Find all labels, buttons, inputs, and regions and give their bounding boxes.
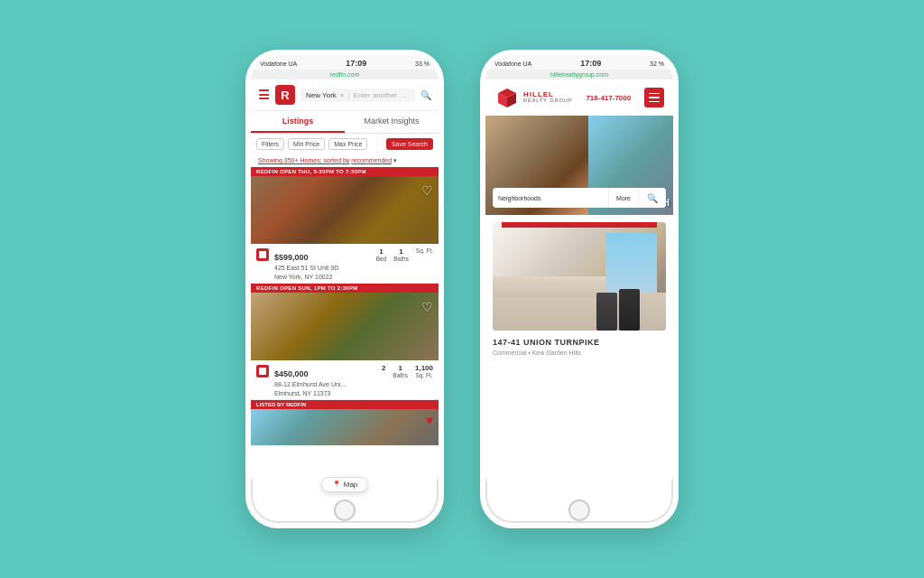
listing-address-1: 425 East 51 St Unit 9D	[251, 264, 439, 274]
search-placeholder-text: Enter another …	[354, 91, 407, 99]
filters-button[interactable]: Filters	[256, 138, 284, 150]
sort-link[interactable]: recommended	[351, 157, 392, 163]
listing-city-1: New York, NY 10022	[251, 274, 439, 283]
listing-image-2	[251, 284, 439, 360]
heart-icon-1[interactable]: ♡	[421, 183, 433, 198]
hillel-logo-text: HILLEL REALTY GROUP	[523, 91, 573, 104]
heart-icon-2[interactable]: ♡	[421, 300, 433, 314]
listed-badge-3: LISTED BY REDFIN	[251, 400, 439, 409]
heart-icon-3[interactable]: ♥	[426, 413, 433, 427]
menu-line-3	[649, 101, 660, 103]
time-left: 17:09	[346, 59, 366, 68]
status-bar-right: Vodafone UA 17:09 32 %	[485, 55, 673, 70]
max-price-button[interactable]: Max Price	[328, 138, 367, 150]
search-separator: |	[347, 91, 349, 99]
hillel-phone-number[interactable]: 718-417-7000	[586, 94, 631, 102]
home-button-left[interactable]	[334, 499, 356, 521]
listing-beds-2: 2	[382, 364, 385, 378]
battery-left: 33 %	[415, 61, 430, 67]
tab-market-insights[interactable]: Market Insights	[345, 111, 439, 133]
search-icon-button[interactable]: 🔍	[639, 188, 666, 208]
listing-beds-1: 1 Bed	[376, 247, 387, 262]
min-price-button[interactable]: Min Price	[288, 138, 325, 150]
price-icon-1	[256, 248, 269, 261]
carrier-left: Vodafone UA	[260, 61, 297, 67]
hillel-listing-section: 147-41 UNION TURNPIKE Commercial • Kew G…	[485, 215, 673, 498]
open-badge-2: REDFIN OPEN SUN, 1PM TO 2:30PM	[251, 284, 439, 293]
hillel-hero: COME MEET YOUR MATCH Neighborhoods More …	[485, 116, 673, 215]
price-icon-2	[256, 365, 269, 378]
menu-line-1	[649, 93, 660, 95]
showing-text: Showing 350+ Homes; sorted by recommende…	[251, 154, 439, 167]
redfin-header: ☰ R New York × | Enter another … 🔍	[251, 79, 439, 111]
listing-card-2[interactable]: REDFIN OPEN SUN, 1PM TO 2:30PM ♡ $450,00…	[251, 284, 439, 400]
listing-sqft-2: 1,100 Sq. Ft.	[415, 364, 433, 378]
redfin-filters: Filters Min Price Max Price Save Search	[251, 134, 439, 154]
hillel-listing-title[interactable]: 147-41 UNION TURNPIKE	[493, 338, 666, 347]
home-button-right[interactable]	[568, 499, 590, 521]
clear-location-icon[interactable]: ×	[340, 91, 345, 99]
hillel-search-bar: Neighborhoods More 🔍	[493, 188, 666, 208]
save-search-button[interactable]: Save Search	[386, 138, 433, 150]
hillel-listing-subtitle: Commercial • Kew Garden Hills	[493, 350, 666, 356]
redfin-content: REDFIN OPEN THU, 5:30PM TO 7:30PM ♡ $599…	[251, 167, 439, 498]
phone-left: Vodafone UA 17:09 33 % redfin.com ☰ R Ne…	[245, 50, 444, 528]
hillel-company-sub: REALTY GROUP	[523, 98, 573, 104]
battery-right: 32 %	[650, 61, 664, 67]
url-bar-right: hillelrealtygroup.com	[485, 70, 673, 79]
listing-price-2: $450,000	[274, 369, 309, 378]
more-button[interactable]: More	[609, 188, 639, 208]
tab-listings[interactable]: Listings	[251, 111, 345, 133]
search-location-text: New York	[306, 91, 337, 99]
listing-price-1: $599,000	[274, 253, 309, 262]
phones-container: Vodafone UA 17:09 33 % redfin.com ☰ R Ne…	[245, 50, 679, 528]
open-badge-1: REDFIN OPEN THU, 5:30PM TO 7:30PM	[251, 167, 439, 176]
listing-baths-2: 1 Baths	[393, 364, 408, 378]
listing-image-3	[251, 409, 439, 445]
hillel-menu-button[interactable]	[644, 88, 664, 107]
listing-sqft-1: Sq. Ft.	[416, 247, 433, 262]
map-icon: 📍	[332, 480, 341, 489]
hamburger-icon[interactable]: ☰	[258, 88, 270, 102]
listing-card-3[interactable]: LISTED BY REDFIN ♥	[251, 400, 439, 446]
phone-right: Vodafone UA 17:09 32 % hillelrealtygroup…	[480, 50, 679, 528]
redfin-search-bar[interactable]: New York × | Enter another …	[300, 89, 415, 102]
menu-line-2	[649, 97, 660, 98]
carrier-right: Vodafone UA	[494, 61, 531, 67]
url-bar-left: redfin.com	[251, 70, 439, 79]
time-right: 17:09	[580, 59, 601, 68]
status-bar-left: Vodafone UA 17:09 33 %	[251, 55, 439, 70]
hillel-cube-icon	[494, 85, 520, 110]
listing-card-1[interactable]: REDFIN OPEN THU, 5:30PM TO 7:30PM ♡ $599…	[251, 167, 439, 284]
redfin-tabs: Listings Market Insights	[251, 111, 439, 134]
hillel-header: HILLEL REALTY GROUP 718-417-7000	[485, 79, 673, 116]
listing-image-1	[251, 167, 439, 244]
hillel-logo: HILLEL REALTY GROUP	[494, 85, 573, 110]
map-button[interactable]: 📍 Map	[322, 477, 368, 492]
listing-address-2: 88-12 Elmhurst Ave Uni…	[251, 380, 439, 390]
listing-baths-1: 1 Baths	[393, 247, 409, 262]
listing-city-2: Elmhurst, NY 11373	[251, 390, 439, 399]
redfin-logo: R	[275, 85, 295, 105]
neighborhoods-input[interactable]: Neighborhoods	[493, 188, 609, 208]
search-icon[interactable]: 🔍	[420, 90, 431, 100]
hillel-listing-image	[493, 222, 666, 331]
